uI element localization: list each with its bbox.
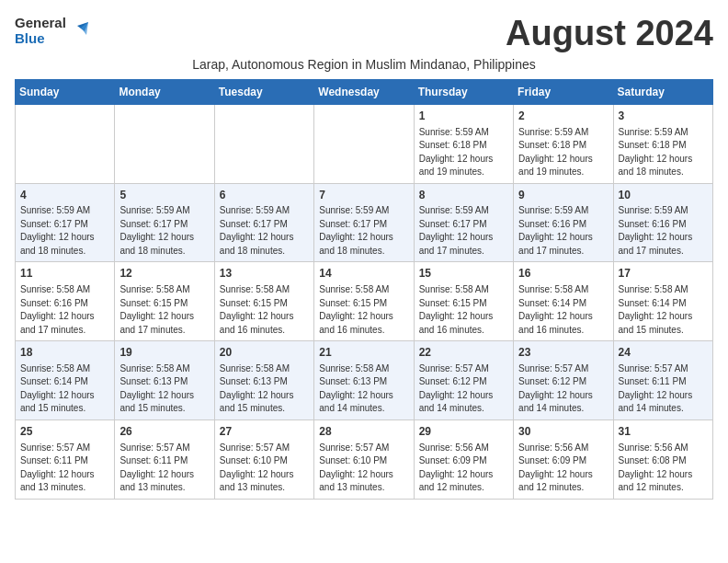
day-number: 8: [419, 188, 508, 203]
calendar-cell: 13Sunrise: 5:58 AMSunset: 6:15 PMDayligh…: [214, 262, 313, 341]
day-info: Sunrise: 5:57 AMSunset: 6:12 PMDaylight:…: [419, 362, 508, 416]
calendar-cell: 24Sunrise: 5:57 AMSunset: 6:11 PMDayligh…: [613, 341, 712, 420]
day-number: 18: [20, 345, 109, 361]
day-info: Sunrise: 5:58 AMSunset: 6:14 PMDaylight:…: [518, 283, 608, 337]
day-info: Sunrise: 5:58 AMSunset: 6:16 PMDaylight:…: [20, 283, 109, 337]
calendar-cell: 22Sunrise: 5:57 AMSunset: 6:12 PMDayligh…: [414, 341, 513, 420]
day-header-wednesday: Wednesday: [314, 79, 414, 104]
day-info: Sunrise: 5:59 AMSunset: 6:17 PMDaylight:…: [119, 204, 209, 258]
day-header-tuesday: Tuesday: [214, 79, 313, 104]
calendar-week-row: 1Sunrise: 5:59 AMSunset: 6:18 PMDaylight…: [16, 104, 713, 183]
calendar-cell: 21Sunrise: 5:58 AMSunset: 6:13 PMDayligh…: [314, 341, 414, 420]
day-number: 25: [20, 424, 109, 440]
calendar-cell: 1Sunrise: 5:59 AMSunset: 6:18 PMDaylight…: [414, 104, 513, 183]
day-info: Sunrise: 5:57 AMSunset: 6:12 PMDaylight:…: [518, 362, 608, 416]
calendar-cell: 12Sunrise: 5:58 AMSunset: 6:15 PMDayligh…: [115, 262, 214, 341]
day-info: Sunrise: 5:59 AMSunset: 6:17 PMDaylight:…: [419, 204, 508, 258]
day-number: 15: [419, 266, 508, 282]
day-info: Sunrise: 5:59 AMSunset: 6:18 PMDaylight:…: [419, 126, 508, 179]
day-number: 27: [220, 424, 309, 440]
calendar-cell: 18Sunrise: 5:58 AMSunset: 6:14 PMDayligh…: [16, 341, 115, 420]
header: General Blue August 2024: [15, 15, 713, 53]
calendar-cell: 17Sunrise: 5:58 AMSunset: 6:14 PMDayligh…: [613, 262, 712, 341]
day-number: 3: [619, 109, 708, 124]
day-number: 2: [518, 109, 608, 124]
calendar-cell: 16Sunrise: 5:58 AMSunset: 6:14 PMDayligh…: [514, 262, 613, 341]
day-header-saturday: Saturday: [613, 79, 712, 104]
calendar-cell: [214, 104, 313, 183]
calendar-table: SundayMondayTuesdayWednesdayThursdayFrid…: [15, 79, 713, 500]
calendar-week-row: 4Sunrise: 5:59 AMSunset: 6:17 PMDaylight…: [16, 183, 713, 262]
day-info: Sunrise: 5:58 AMSunset: 6:14 PMDaylight:…: [20, 362, 109, 416]
calendar-cell: 19Sunrise: 5:58 AMSunset: 6:13 PMDayligh…: [115, 341, 214, 420]
calendar-cell: [115, 104, 214, 183]
calendar-cell: [16, 104, 115, 183]
day-info: Sunrise: 5:59 AMSunset: 6:17 PMDaylight:…: [20, 204, 109, 258]
day-info: Sunrise: 5:57 AMSunset: 6:10 PMDaylight:…: [220, 442, 309, 495]
day-info: Sunrise: 5:59 AMSunset: 6:17 PMDaylight:…: [319, 204, 408, 258]
day-info: Sunrise: 5:58 AMSunset: 6:13 PMDaylight:…: [319, 362, 408, 416]
day-number: 20: [220, 345, 309, 361]
day-info: Sunrise: 5:58 AMSunset: 6:13 PMDaylight:…: [220, 362, 309, 416]
day-number: 30: [518, 424, 608, 440]
calendar-cell: 23Sunrise: 5:57 AMSunset: 6:12 PMDayligh…: [514, 341, 613, 420]
day-number: 9: [518, 188, 608, 203]
day-header-monday: Monday: [115, 79, 214, 104]
day-info: Sunrise: 5:57 AMSunset: 6:11 PMDaylight:…: [119, 442, 209, 495]
day-header-friday: Friday: [514, 79, 613, 104]
calendar-cell: 5Sunrise: 5:59 AMSunset: 6:17 PMDaylight…: [115, 183, 214, 262]
calendar-cell: 20Sunrise: 5:58 AMSunset: 6:13 PMDayligh…: [214, 341, 313, 420]
day-number: 10: [619, 188, 708, 203]
day-info: Sunrise: 5:58 AMSunset: 6:15 PMDaylight:…: [220, 283, 309, 337]
calendar-cell: 4Sunrise: 5:59 AMSunset: 6:17 PMDaylight…: [16, 183, 115, 262]
logo-line1: General: [15, 15, 66, 30]
calendar-subtitle: Larap, Autonomous Region in Muslim Minda…: [15, 57, 713, 72]
calendar-cell: 29Sunrise: 5:56 AMSunset: 6:09 PMDayligh…: [414, 419, 513, 499]
calendar-cell: 25Sunrise: 5:57 AMSunset: 6:11 PMDayligh…: [16, 419, 115, 499]
day-number: 14: [319, 266, 408, 282]
logo-line2: Blue: [15, 30, 66, 46]
day-number: 24: [619, 345, 708, 361]
day-info: Sunrise: 5:57 AMSunset: 6:11 PMDaylight:…: [20, 442, 109, 495]
calendar-cell: 7Sunrise: 5:59 AMSunset: 6:17 PMDaylight…: [314, 183, 414, 262]
calendar-cell: 3Sunrise: 5:59 AMSunset: 6:18 PMDaylight…: [613, 104, 712, 183]
logo-bird-icon: [68, 20, 88, 40]
calendar-cell: 11Sunrise: 5:58 AMSunset: 6:16 PMDayligh…: [16, 262, 115, 341]
day-info: Sunrise: 5:56 AMSunset: 6:09 PMDaylight:…: [419, 442, 508, 495]
day-number: 4: [20, 188, 109, 203]
day-info: Sunrise: 5:58 AMSunset: 6:15 PMDaylight:…: [119, 283, 209, 337]
day-number: 13: [220, 266, 309, 282]
day-number: 19: [119, 345, 209, 361]
calendar-cell: 14Sunrise: 5:58 AMSunset: 6:15 PMDayligh…: [314, 262, 414, 341]
calendar-week-row: 18Sunrise: 5:58 AMSunset: 6:14 PMDayligh…: [16, 341, 713, 420]
calendar-cell: 8Sunrise: 5:59 AMSunset: 6:17 PMDaylight…: [414, 183, 513, 262]
calendar-cell: 31Sunrise: 5:56 AMSunset: 6:08 PMDayligh…: [613, 419, 712, 499]
calendar-cell: 10Sunrise: 5:59 AMSunset: 6:16 PMDayligh…: [613, 183, 712, 262]
day-number: 5: [119, 188, 209, 203]
calendar-cell: 9Sunrise: 5:59 AMSunset: 6:16 PMDaylight…: [514, 183, 613, 262]
day-number: 7: [319, 188, 408, 203]
calendar-cell: 30Sunrise: 5:56 AMSunset: 6:09 PMDayligh…: [514, 419, 613, 499]
day-info: Sunrise: 5:59 AMSunset: 6:16 PMDaylight:…: [619, 204, 708, 258]
day-number: 16: [518, 266, 608, 282]
day-info: Sunrise: 5:56 AMSunset: 6:08 PMDaylight:…: [619, 442, 708, 495]
calendar-cell: 28Sunrise: 5:57 AMSunset: 6:10 PMDayligh…: [314, 419, 414, 499]
calendar-week-row: 25Sunrise: 5:57 AMSunset: 6:11 PMDayligh…: [16, 419, 713, 499]
calendar-cell: 2Sunrise: 5:59 AMSunset: 6:18 PMDaylight…: [514, 104, 613, 183]
day-number: 1: [419, 109, 508, 124]
day-number: 11: [20, 266, 109, 282]
day-header-thursday: Thursday: [414, 79, 513, 104]
day-info: Sunrise: 5:58 AMSunset: 6:15 PMDaylight:…: [319, 283, 408, 337]
day-info: Sunrise: 5:59 AMSunset: 6:17 PMDaylight:…: [220, 204, 309, 258]
day-number: 31: [619, 424, 708, 440]
month-title: August 2024: [506, 15, 713, 53]
day-number: 26: [119, 424, 209, 440]
calendar-cell: 26Sunrise: 5:57 AMSunset: 6:11 PMDayligh…: [115, 419, 214, 499]
day-number: 17: [619, 266, 708, 282]
calendar-header-row: SundayMondayTuesdayWednesdayThursdayFrid…: [16, 79, 713, 104]
day-info: Sunrise: 5:57 AMSunset: 6:10 PMDaylight:…: [319, 442, 408, 495]
day-info: Sunrise: 5:57 AMSunset: 6:11 PMDaylight:…: [619, 362, 708, 416]
day-info: Sunrise: 5:56 AMSunset: 6:09 PMDaylight:…: [518, 442, 608, 495]
day-number: 29: [419, 424, 508, 440]
day-number: 6: [220, 188, 309, 203]
